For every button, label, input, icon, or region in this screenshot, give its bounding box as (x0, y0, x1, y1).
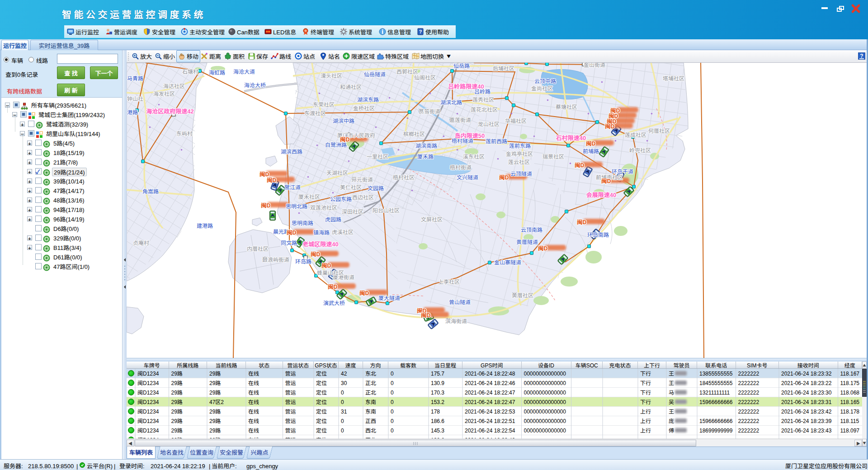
svg-text:?: ? (419, 28, 422, 35)
svg-text:?: ? (860, 52, 863, 59)
